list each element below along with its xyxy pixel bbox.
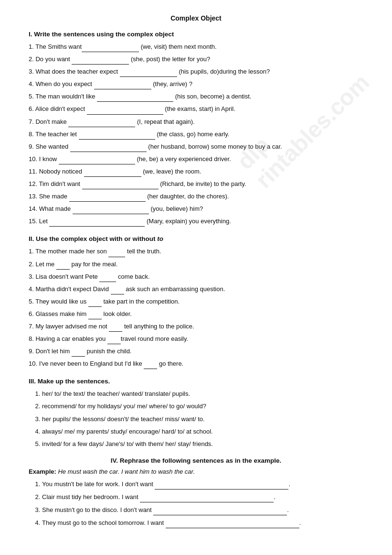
blank[interactable] [73, 207, 149, 214]
section2-list: 1. The mother made her son tell the trut… [29, 246, 363, 369]
blank[interactable] [97, 95, 173, 102]
example-line: Example: He must wash the car. I want hi… [29, 468, 363, 475]
blank[interactable] [88, 300, 102, 307]
list-item: They must go to the school tomorrow. I w… [42, 518, 363, 528]
blank[interactable] [82, 183, 159, 189]
blank[interactable] [120, 70, 177, 77]
page-title: Complex Object [29, 14, 363, 22]
blank[interactable] [126, 120, 135, 127]
list-item: 1. The Smiths want (we, visit) them next… [29, 42, 363, 52]
blank[interactable] [144, 362, 157, 369]
section1-list: 1. The Smiths want (we, visit) them next… [29, 42, 363, 227]
list-item: 10. I've never been to England but I'd l… [29, 359, 363, 369]
blank[interactable] [69, 195, 146, 202]
list-item: 7. Don't make (I, repeat that again). [29, 117, 363, 127]
blank[interactable] [49, 220, 145, 227]
section2-heading: II. Use the complex object with or witho… [29, 235, 363, 242]
blank[interactable] [140, 496, 274, 502]
blank[interactable] [153, 509, 287, 515]
list-item: invited/ for a few days/ Jane's/ to/ wit… [42, 439, 363, 449]
list-item: 14. What made (you, believe) him? [29, 204, 363, 214]
blank[interactable] [109, 325, 122, 332]
blank[interactable] [166, 522, 299, 528]
list-item: recommend/ for my holidays/ you/ me/ whe… [42, 401, 363, 412]
list-item: 7. My lawyer advised me not tell anythin… [29, 321, 363, 332]
blank[interactable] [70, 145, 147, 152]
list-item: 3. What does the teacher expect (his pup… [29, 66, 363, 77]
section3-heading: III. Make up the sentences. [29, 378, 363, 385]
blank[interactable] [94, 83, 151, 89]
list-item: 9. She wanted (her husband, borrow) some… [29, 141, 363, 152]
list-item: 9. Don't let him punish the child. [29, 346, 363, 357]
list-item: 2. Do you want (she, post) the letter fo… [29, 54, 363, 65]
blank[interactable] [56, 263, 70, 270]
blank[interactable] [111, 288, 124, 294]
section4-heading: IV. Rephrase the following sentences as … [29, 457, 363, 464]
blank[interactable] [155, 483, 288, 490]
section1-heading: I. Write the sentences using the complex… [29, 31, 363, 38]
list-item: 5. The man wouldn't like (his son, becom… [29, 91, 363, 102]
list-item: 10. I know (he, be) a very experienced d… [29, 154, 363, 164]
list-item: 12. Tim didn't want (Richard, be invite)… [29, 179, 363, 189]
blank[interactable] [82, 45, 139, 52]
blank[interactable] [107, 337, 121, 344]
list-item: 4. When do you expect (they, arrive) ? [29, 79, 363, 89]
blank[interactable] [72, 350, 85, 357]
blank[interactable] [79, 133, 155, 140]
list-item: 8. The teacher let (the class, go) home … [29, 129, 363, 140]
list-item: 11. Nobody noticed (we, leave) the room. [29, 166, 363, 177]
blank[interactable] [72, 58, 129, 65]
list-item: 15. Let (Mary, explain) you everything. [29, 216, 363, 227]
blank[interactable] [99, 275, 116, 282]
list-item: You mustn't be late for work. I don't wa… [42, 479, 363, 490]
blank[interactable] [84, 170, 141, 177]
list-item: her/ to/ the text/ the teacher/ wanted/ … [42, 389, 363, 399]
list-item: Clair must tidy her bedroom. I want . [42, 492, 363, 502]
list-item: 6. Alice didn't expect (the exams, start… [29, 104, 363, 114]
section4-list: You mustn't be late for work. I don't wa… [29, 479, 363, 528]
blank[interactable] [68, 120, 126, 127]
list-item: 4. Martha didn't expect David ask such a… [29, 284, 363, 294]
list-item: 2. Let me pay for the meal. [29, 259, 363, 270]
list-item: 1. The mother made her son tell the trut… [29, 246, 363, 257]
list-item: 6. Glasses make him look older. [29, 309, 363, 319]
list-item: 8. Having a car enables you travel round… [29, 334, 363, 344]
blank[interactable] [59, 158, 135, 164]
blank[interactable] [87, 108, 163, 115]
list-item: 3. Lisa doesn't want Pete come back. [29, 272, 363, 282]
list-item: 13. She made (her daughter, do the chore… [29, 191, 363, 202]
list-item: always/ me/ my parents/ study/ encourage… [42, 426, 363, 437]
blank[interactable] [108, 250, 125, 257]
list-item: She mustn't go to the disco. I don't wan… [42, 505, 363, 515]
blank[interactable] [88, 313, 102, 319]
section3-list: her/ to/ the text/ the teacher/ wanted/ … [29, 389, 363, 449]
list-item: 5. They would like us take part in the c… [29, 296, 363, 307]
list-item: her pupils/ the lessons/ doesn't/ the te… [42, 414, 363, 424]
